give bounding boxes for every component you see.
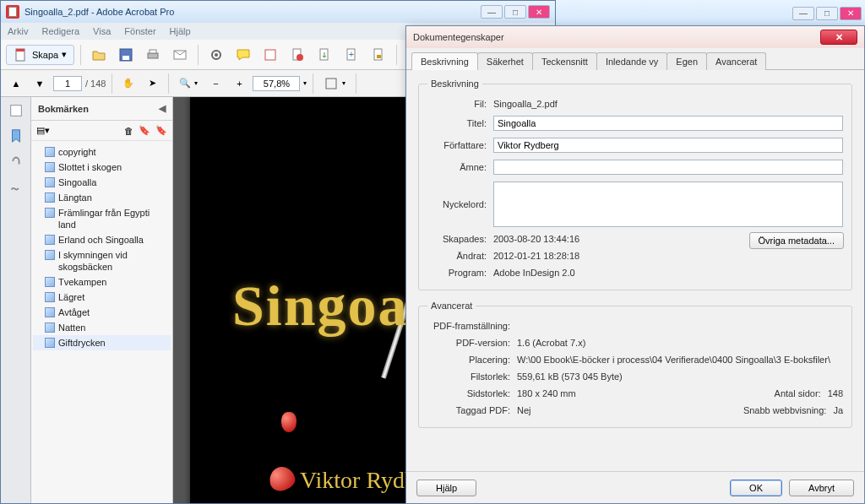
navigation-rail [1, 97, 31, 503]
maximize-button[interactable]: □ [504, 5, 526, 19]
label-filstorlek: Filstorlek: [427, 371, 517, 382]
new-bookmark-from-structure-icon[interactable]: 🔖 [155, 125, 167, 136]
bookmark-item[interactable]: Giftdrycken [33, 335, 171, 350]
label-placering: Placering: [427, 355, 517, 365]
delete-bookmark-icon[interactable]: 🗑 [124, 126, 133, 136]
dialog-footer: Hjälp OK Avbryt [406, 471, 864, 503]
tab-teckensnitt[interactable]: Teckensnitt [532, 52, 597, 70]
bookmark-icon [45, 250, 55, 260]
zoom-in-button[interactable]: + [229, 73, 249, 94]
fit-button[interactable]: ▾ [319, 73, 350, 94]
dropdown-icon[interactable]: ▾ [303, 79, 307, 87]
cover-blood-drop [281, 412, 296, 432]
bg-minimize-button[interactable]: — [792, 7, 814, 20]
zoom-marquee-button[interactable]: 🔍▾ [175, 73, 202, 94]
select-tool-button[interactable]: ➤ [142, 73, 162, 94]
bookmark-item[interactable]: Erland och Singoalla [33, 232, 171, 247]
tab-inledande-vy[interactable]: Inledande vy [596, 52, 667, 70]
hjalp-button[interactable]: Hjälp [416, 480, 476, 496]
bookmark-item[interactable]: Tvekampen [33, 274, 171, 290]
ok-button[interactable]: OK [730, 480, 782, 496]
bookmark-item[interactable]: copyright [33, 144, 171, 160]
bookmark-options-icon[interactable]: ▤▾ [36, 125, 50, 136]
value-program: Adobe InDesign 2.0 [493, 268, 575, 278]
tab-avancerat[interactable]: Avancerat [706, 52, 766, 70]
menu-redigera[interactable]: Redigera [41, 26, 79, 36]
svg-rect-5 [150, 50, 156, 53]
bookmark-icon [45, 307, 55, 317]
new-bookmark-icon[interactable]: 🔖 [139, 125, 150, 136]
bookmarks-tab-icon[interactable] [8, 127, 24, 144]
bookmark-item[interactable]: Natten [33, 320, 171, 335]
close-button[interactable]: ✕ [528, 5, 550, 19]
bookmark-item[interactable]: Längtan [33, 190, 171, 205]
svg-rect-20 [10, 106, 21, 117]
speech-bubble-icon [236, 47, 251, 62]
fieldset-beskrivning: Beskrivning Fil:Singoalla_2.pdf Titel: F… [418, 79, 852, 290]
input-titel[interactable] [493, 116, 843, 131]
bookmark-icon [45, 277, 55, 287]
label-pdf-version: PDF-version: [427, 338, 517, 348]
bookmark-item[interactable]: I skymningen vid skogsbäcken [33, 247, 171, 274]
bg-maximize-button[interactable]: □ [816, 7, 838, 20]
menu-fonster[interactable]: Fönster [124, 26, 155, 36]
attachments-tab-icon[interactable] [8, 153, 24, 170]
arrow-up-icon: ▲ [12, 79, 21, 89]
bookmark-item[interactable]: Avtåget [33, 305, 171, 320]
bookmark-item[interactable]: Singoalla [33, 175, 171, 190]
zoom-level-input[interactable] [253, 76, 300, 91]
label-forfattare: Författare: [427, 140, 493, 150]
printer-icon [145, 47, 160, 62]
page-down-button[interactable]: ▼ [30, 73, 50, 94]
input-amne[interactable] [493, 160, 843, 175]
toolbar-btn-4[interactable]: + [340, 45, 363, 65]
menu-hjalp[interactable]: Hjälp [170, 26, 191, 36]
fieldset-avancerat: Avancerat PDF-framställning: PDF-version… [418, 301, 852, 428]
bookmark-item[interactable]: Främlingar från Egypti land [33, 205, 171, 232]
tab-egen[interactable]: Egen [666, 52, 707, 70]
toolbar-btn-5[interactable] [367, 45, 390, 65]
toolbar-btn-1[interactable] [258, 45, 282, 65]
input-forfattare[interactable] [493, 138, 843, 153]
page-up-button[interactable]: ▲ [6, 73, 26, 94]
tab-beskrivning[interactable]: Beskrivning [411, 52, 478, 70]
toolbar-btn-2[interactable] [286, 45, 309, 65]
fit-page-icon [324, 76, 339, 91]
open-button[interactable] [87, 45, 111, 65]
dialog-titlebar: Dokumentegenskaper ✕ [406, 26, 864, 48]
ovriga-metadata-button[interactable]: Övriga metadata... [749, 232, 845, 249]
document-properties-dialog: Dokumentegenskaper ✕ Beskrivning Säkerhe… [405, 25, 865, 504]
avbryt-button[interactable]: Avbryt [789, 480, 854, 496]
dialog-tabstrip: Beskrivning Säkerhet Teckensnitt Inledan… [406, 48, 864, 70]
email-button[interactable] [168, 45, 192, 65]
settings-button[interactable] [204, 45, 228, 65]
thumbnails-tab-icon[interactable] [8, 102, 24, 119]
panel-collapse-icon[interactable]: ◀ [159, 103, 166, 114]
zoom-out-button[interactable]: − [205, 73, 226, 94]
legend-avancerat: Avancerat [427, 301, 476, 311]
signatures-tab-icon[interactable] [8, 178, 24, 195]
toolbar-btn-3[interactable] [313, 45, 336, 65]
input-nyckelord[interactable] [493, 182, 843, 227]
minimize-button[interactable]: — [481, 5, 503, 19]
save-button[interactable] [114, 45, 138, 65]
bookmark-item[interactable]: Slottet i skogen [33, 160, 171, 175]
bookmarks-panel: Bokmärken ◀ ▤▾ 🗑 🔖 🔖 copyright Slottet i… [31, 97, 173, 503]
menu-visa[interactable]: Visa [93, 26, 111, 36]
label-pdf-framstallning: PDF-framställning: [427, 321, 517, 331]
svg-rect-1 [16, 49, 24, 51]
skapa-button[interactable]: Skapa ▾ [6, 45, 74, 65]
print-button[interactable] [141, 45, 165, 65]
comment-button[interactable] [231, 45, 255, 65]
dialog-close-button[interactable]: ✕ [820, 30, 857, 45]
bg-close-button[interactable]: ✕ [840, 7, 862, 20]
hand-tool-button[interactable]: ✋ [118, 73, 139, 94]
label-taggad: Taggad PDF: [427, 405, 517, 415]
label-skapades: Skapades: [427, 234, 493, 244]
bookmark-item[interactable]: Lägret [33, 290, 171, 305]
menu-arkiv[interactable]: Arkiv [8, 26, 28, 36]
tab-sakerhet[interactable]: Säkerhet [477, 52, 533, 70]
value-filstorlek: 559,61 kB (573 045 Byte) [517, 371, 623, 382]
page-number-input[interactable] [53, 76, 82, 91]
svg-rect-15 [374, 49, 382, 60]
